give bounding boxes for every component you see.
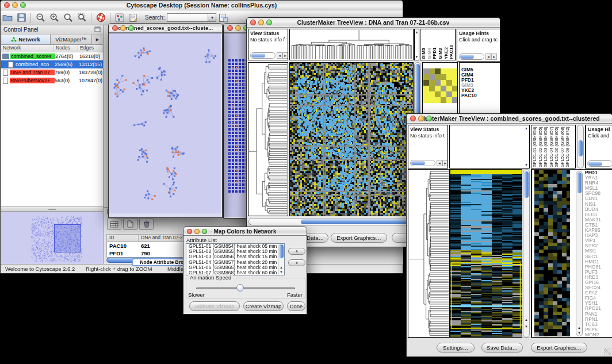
gene-dendrogram-panel[interactable]: [248, 62, 288, 216]
matrix-cell[interactable]: [452, 97, 458, 103]
usage-hints-scrollbar[interactable]: [587, 160, 612, 167]
network-list-row[interactable]: combined_scores 2764(0) 16218(0): [1, 52, 103, 60]
zoom-button[interactable]: [426, 116, 432, 121]
matrix-cell[interactable]: [446, 80, 452, 86]
matrix-cell[interactable]: [446, 91, 452, 97]
scroll-down-icon[interactable]: ▾: [524, 163, 529, 167]
matrix-cell[interactable]: [423, 74, 429, 80]
network-list-row[interactable]: combined_sco 2569(6) 13112(15): [1, 60, 103, 68]
animate-vizmap-button[interactable]: Animate Vizmap: [189, 301, 240, 311]
matrix-cell[interactable]: [429, 86, 435, 91]
search-dropdown-button[interactable]: ▼: [208, 13, 216, 22]
heatmap-vscrollbar[interactable]: ▴ ▾: [523, 169, 530, 338]
matrix-cell[interactable]: [441, 80, 446, 86]
attribute-list[interactable]: GPL51-01 (GSM854) heat shock 05 minGPL51…: [186, 243, 285, 275]
speed-slider-track[interactable]: [196, 288, 295, 289]
minimize-button[interactable]: [258, 20, 264, 25]
scroll-down-icon[interactable]: ▾: [523, 324, 529, 329]
matrix-cell[interactable]: [423, 86, 429, 91]
gene-dendrogram-canvas[interactable]: [248, 63, 288, 216]
dendrogram-scroll-strip[interactable]: ▴ ▾: [414, 29, 419, 60]
view-status-scrollbar[interactable]: ◂▸: [250, 52, 288, 59]
scroll-down-icon[interactable]: ▾: [576, 331, 582, 335]
tab-vizmapper[interactable]: VizMapper™: [51, 35, 92, 44]
panel-splitter[interactable]: [1, 207, 103, 211]
matrix-cell[interactable]: [446, 97, 452, 103]
column-dendrogram-canvas[interactable]: [290, 29, 413, 60]
zoom-fit-icon[interactable]: [61, 12, 75, 24]
help-lifesaver-icon[interactable]: [94, 12, 108, 24]
matrix-cell[interactable]: [435, 91, 441, 97]
matrix-cell[interactable]: [446, 74, 452, 80]
matrix-cell[interactable]: [435, 74, 441, 80]
network-graph-canvas[interactable]: [110, 35, 222, 208]
minimize-button[interactable]: [120, 25, 126, 31]
matrix-cell[interactable]: [429, 68, 435, 74]
gene-dendrogram-canvas[interactable]: [408, 170, 449, 337]
zoom-button[interactable]: [20, 2, 26, 8]
scroll-up-icon[interactable]: ▴: [524, 126, 529, 131]
matrix-cell[interactable]: [441, 68, 446, 74]
matrix-cell[interactable]: [446, 68, 452, 74]
matrix-cell[interactable]: [435, 86, 441, 91]
minimize-button[interactable]: [12, 2, 18, 8]
matrix-cell[interactable]: [423, 80, 429, 86]
close-button[interactable]: [227, 25, 233, 31]
minimize-button[interactable]: [235, 25, 241, 31]
treeview2-titlebar[interactable]: ClusterMaker TreeView : combined_scores_…: [407, 114, 612, 124]
new-attribute-icon[interactable]: [123, 218, 137, 230]
done-button[interactable]: Done: [287, 301, 305, 311]
zoom-button[interactable]: [202, 229, 207, 234]
column-dendrogram-panel[interactable]: ▴ ▾: [449, 125, 530, 168]
attribute-browser-icon[interactable]: [216, 12, 230, 24]
matrix-cell[interactable]: [429, 91, 435, 97]
resize-grip[interactable]: [604, 348, 611, 355]
matrix-cell[interactable]: [441, 86, 446, 91]
matrix-cell[interactable]: [452, 91, 458, 97]
open-folder-icon[interactable]: [1, 12, 14, 24]
attribute-select-icon[interactable]: [107, 218, 121, 230]
column-dendrogram-panel[interactable]: [289, 29, 414, 60]
matrix-cell[interactable]: [435, 97, 441, 103]
scroll-up-icon[interactable]: ▴: [523, 317, 529, 322]
matrix-cell[interactable]: [441, 74, 446, 80]
matrix-cell[interactable]: [435, 68, 441, 74]
scroll-up-icon[interactable]: ▴: [278, 265, 284, 270]
scroll-down-icon[interactable]: ▾: [415, 55, 419, 59]
zoom-selected-icon[interactable]: [75, 12, 89, 24]
birdseye-view-panel[interactable]: [1, 211, 103, 265]
search-input[interactable]: [167, 13, 208, 22]
close-button[interactable]: [187, 229, 192, 234]
matrix-cell[interactable]: [452, 74, 458, 80]
zoom-out-icon[interactable]: [33, 12, 47, 24]
zoom-button[interactable]: [128, 25, 134, 31]
zoom-heatmap-scrollbar[interactable]: ▴ ▾: [576, 171, 583, 336]
close-button[interactable]: [250, 20, 256, 25]
birdseye-canvas[interactable]: [2, 213, 99, 263]
annotation-icon[interactable]: [127, 12, 140, 24]
matrix-cell[interactable]: [435, 80, 441, 86]
matrix-cell[interactable]: [446, 86, 452, 91]
save-icon[interactable]: [14, 12, 28, 24]
create-vizmap-button[interactable]: Create Vizmap: [243, 301, 284, 311]
heatmap-panel[interactable]: [450, 169, 522, 338]
delete-attribute-trash-icon[interactable]: [139, 218, 154, 230]
minimize-button[interactable]: [418, 116, 424, 121]
matrix-cell[interactable]: [452, 80, 458, 86]
view-status-scrollbar[interactable]: ◂▸: [410, 160, 448, 166]
matrix-cell[interactable]: [429, 74, 435, 80]
network-view-titlebar[interactable]: combined_scores_good.txt--cluste...: [109, 24, 222, 33]
treeview2-button[interactable]: Save Data…: [481, 343, 523, 352]
network-view-canvas-area[interactable]: [109, 33, 221, 217]
matrix-cell[interactable]: [423, 68, 429, 74]
move-down-button[interactable]: ∨: [288, 259, 305, 266]
zoom-in-icon[interactable]: [47, 12, 61, 24]
minimize-button[interactable]: [194, 229, 200, 234]
close-button[interactable]: [4, 2, 10, 8]
network-list-row[interactable]: DNA and Tran 07 769(0) 183728(0): [1, 68, 103, 76]
matrix-cell[interactable]: [429, 97, 435, 103]
gene-dendrogram-panel[interactable]: [408, 169, 450, 338]
close-button[interactable]: [410, 116, 416, 121]
network-list-row[interactable]: RNAPuberNov2+ 563(0) 107847(0): [1, 76, 103, 85]
matrix-cell[interactable]: [423, 97, 429, 103]
